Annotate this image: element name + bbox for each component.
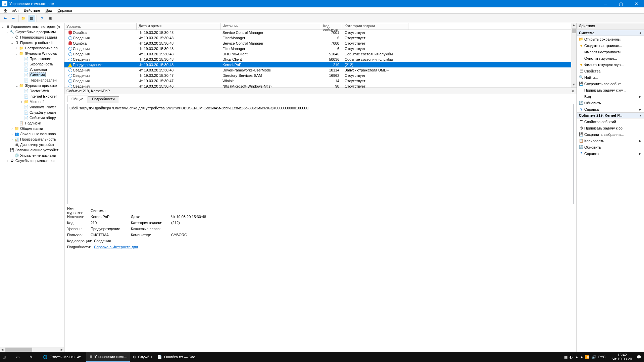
tree-item[interactable]: 🔌Диспетчер устройст <box>0 142 64 147</box>
action-item[interactable]: Очистить журнал... <box>577 55 644 61</box>
action-item[interactable]: 🔍Найти... <box>577 74 644 81</box>
action-item[interactable]: Вид▶ <box>577 93 644 100</box>
taskbar-clock[interactable]: 15:42Чт 19.03.20 <box>610 353 634 361</box>
tree-item[interactable]: 📄Приложение <box>0 56 64 61</box>
tree-expand-icon[interactable]: ⌄ <box>1 25 5 29</box>
action-item[interactable]: 🔄Обновить <box>577 100 644 106</box>
online-help-link[interactable]: Справка в Интернете для <box>94 245 138 249</box>
action-item[interactable]: 🗔Свойства <box>577 68 644 74</box>
taskbar-item[interactable]: ▭ <box>13 352 27 362</box>
tree-item[interactable]: ⌄🖥Управление компьютером (л <box>0 24 64 29</box>
tree-item[interactable]: 📄События обору <box>0 115 64 120</box>
tree-item[interactable]: ›📁Настраиваемые пр <box>0 45 64 51</box>
tree-item[interactable]: ›⏱Планировщик задани <box>0 35 64 40</box>
forward-button[interactable]: ➡ <box>9 15 17 22</box>
tree-item[interactable]: ›👥Локальные пользова <box>0 131 64 137</box>
action-item[interactable]: ⏱Привязать задачу к со... <box>577 125 644 131</box>
menu-action[interactable]: Действие <box>21 8 43 12</box>
action-item[interactable]: 💾Сохранить все событ... <box>577 81 644 87</box>
notification-icon[interactable]: 💬 <box>637 355 641 359</box>
tray-icon[interactable]: ▦ <box>564 355 567 359</box>
taskbar-item[interactable]: 📄Ошибка.txt — Бло... <box>155 352 201 362</box>
tree-item[interactable]: 📄Установка <box>0 67 64 72</box>
tree-horizontal-scrollbar[interactable]: ◄► <box>0 347 64 352</box>
action-item[interactable]: 🔄Обновить <box>577 144 644 150</box>
table-row[interactable]: iСведенияЧт 19.03.20 15:30:48FilterManag… <box>64 35 571 41</box>
tray-icon[interactable]: РУС <box>598 355 606 359</box>
tree-expand-icon[interactable]: ⌄ <box>10 41 14 45</box>
tree-item[interactable]: 📄Doctor Web <box>0 88 64 94</box>
action-item[interactable]: 💾Сохранить выбранны... <box>577 131 644 138</box>
tree-item[interactable]: ›📊Производительность <box>0 137 64 142</box>
col-level[interactable]: Уровень <box>64 23 137 30</box>
action-item[interactable]: 🗔Свойства событий <box>577 118 644 125</box>
tree-item[interactable]: 📄Безопасность <box>0 61 64 67</box>
maximize-button[interactable]: ▢ <box>613 0 629 7</box>
action-item[interactable]: ?Справка▶ <box>577 106 644 112</box>
tree-item[interactable]: ⌄💾Запоминающие устройст <box>0 147 64 153</box>
table-row[interactable]: !ОшибкаЧт 19.03.20 15:30:48Service Contr… <box>64 30 571 35</box>
tray-icon[interactable]: 📶 <box>585 355 590 359</box>
action-item[interactable]: 📋Копировать▶ <box>577 138 644 144</box>
col-source[interactable]: Источник <box>220 23 321 30</box>
menu-view[interactable]: Вид <box>43 8 55 12</box>
tree-item[interactable]: 📄Internet Explorer <box>0 94 64 99</box>
taskbar-item[interactable]: ✎ <box>27 352 40 362</box>
tree-item[interactable]: ›📁Общие папки <box>0 126 64 131</box>
tree-item[interactable]: ›⚙Службы и приложения <box>0 158 64 163</box>
action-item[interactable]: Привязать задачу к жу... <box>577 87 644 93</box>
tray-icon[interactable]: 🔊 <box>592 355 596 359</box>
menu-help[interactable]: Справка <box>55 8 75 12</box>
tab-details[interactable]: Подробности <box>88 96 119 103</box>
action-item[interactable]: ?Справка▶ <box>577 150 644 157</box>
tree-expand-icon[interactable]: › <box>10 138 14 141</box>
tree-item[interactable]: ⌄📁Журналы Windows <box>0 51 64 56</box>
tree-expand-icon[interactable]: › <box>10 127 14 131</box>
show-hide-tree-button[interactable]: 📁 <box>20 15 27 22</box>
tb-btn-2[interactable]: ▥ <box>28 15 35 22</box>
minimize-button[interactable]: ─ <box>598 0 613 7</box>
tree-expand-icon[interactable]: › <box>19 100 23 104</box>
col-date[interactable]: Дата и время <box>137 23 220 30</box>
tree-expand-icon[interactable]: ⌄ <box>5 30 9 34</box>
tree-item[interactable]: 📋Подписки <box>0 120 64 126</box>
help-button[interactable]: ? <box>38 15 46 22</box>
event-vertical-scrollbar[interactable]: ▲ ▼ <box>571 23 577 88</box>
menu-file[interactable]: Файл <box>1 8 21 12</box>
action-item[interactable]: ▼Фильтр текущего жур... <box>577 61 644 68</box>
tray-icon[interactable]: ● <box>581 355 583 359</box>
tab-general[interactable]: Общие <box>67 96 88 102</box>
taskbar-item[interactable]: ⚙Службы <box>130 352 155 362</box>
back-button[interactable]: ⬅ <box>1 15 9 22</box>
table-row[interactable]: iСведенияЧт 19.03.20 15:30:48FilterManag… <box>64 46 571 51</box>
tray-icon[interactable]: ◐ <box>569 355 573 359</box>
table-row[interactable]: iСведенияЧт 19.03.20 15:30:48DriverFrame… <box>64 67 571 73</box>
tree-expand-icon[interactable]: ⌄ <box>15 84 19 88</box>
tree-item[interactable]: ›📁Microsoft <box>0 99 64 104</box>
action-item[interactable]: Импорт настраиваем... <box>577 49 644 55</box>
tb-btn-4[interactable]: ▦ <box>46 15 54 22</box>
col-code[interactable]: Код события <box>321 23 341 30</box>
col-category[interactable]: Категория задачи <box>341 23 408 30</box>
tree-expand-icon[interactable]: › <box>10 36 14 39</box>
close-button[interactable]: ✕ <box>629 0 644 7</box>
table-row[interactable]: !ОшибкаЧт 19.03.20 15:30:48Service Contr… <box>64 41 571 46</box>
tree-expand-icon[interactable]: ⌄ <box>15 52 19 55</box>
table-row[interactable]: ПредупреждениеЧт 19.03.20 15:30:48Kernel… <box>64 62 571 67</box>
table-row[interactable]: iСведенияЧт 19.03.20 15:30:48Dhcp-Client… <box>64 57 571 62</box>
detail-close-icon[interactable]: ✕ <box>571 89 575 94</box>
action-item[interactable]: 📂Открыть сохраненны... <box>577 36 644 42</box>
taskbar-item[interactable]: 🌐Ответы Mail.ru: Чт... <box>40 352 86 362</box>
table-row[interactable]: iСведенияЧт 19.03.20 15:30:47Directory-S… <box>64 73 571 78</box>
table-row[interactable]: iСведенияЧт 19.03.20 15:30:46Ntfs (Micro… <box>64 84 571 88</box>
taskbar-item[interactable]: 🖥Управление комп... <box>86 352 130 362</box>
table-row[interactable]: iСведенияЧт 19.03.20 15:30:48DHCPv6-Clie… <box>64 51 571 57</box>
tree-item[interactable]: ⌄📁Журналы приложе <box>0 83 64 88</box>
tray-icon[interactable]: ▲ <box>575 355 579 359</box>
tree-item[interactable]: ⌄🔧Служебные программы <box>0 29 64 35</box>
tree-expand-icon[interactable]: › <box>10 132 14 136</box>
action-item[interactable]: ▼Создать настраивае... <box>577 42 644 49</box>
tree-item[interactable]: 📄Windows Power <box>0 104 64 110</box>
tree-expand-icon[interactable]: › <box>15 46 19 50</box>
tree-item[interactable]: 📄Служба управл <box>0 110 64 115</box>
